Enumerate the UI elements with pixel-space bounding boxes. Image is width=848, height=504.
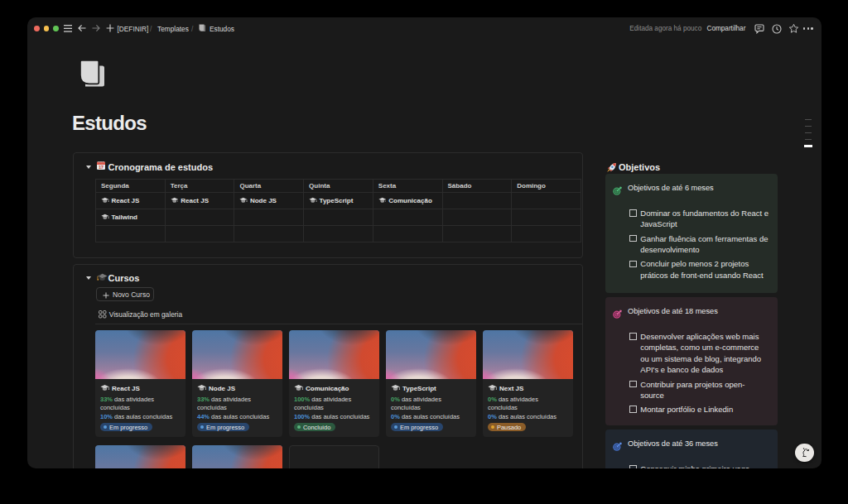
svg-text:17: 17	[99, 165, 104, 170]
